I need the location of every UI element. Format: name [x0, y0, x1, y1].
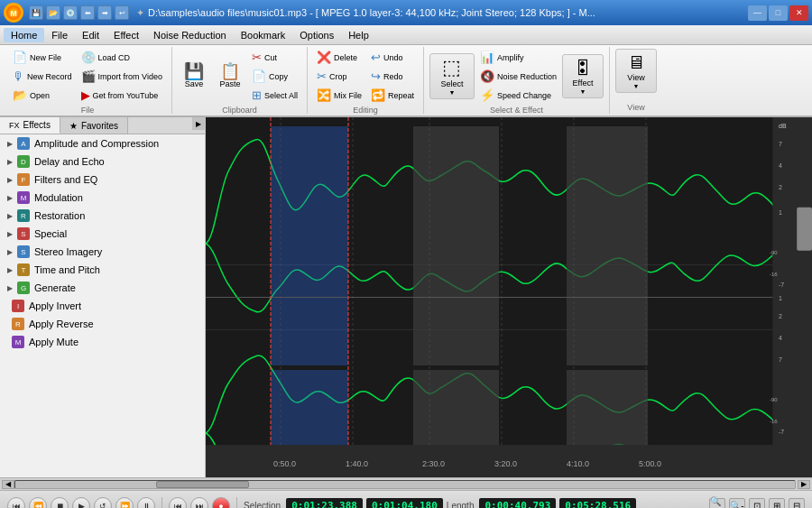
sidebar-item-filters[interactable]: ▶ F Filters and EQ [0, 171, 205, 189]
new-file-button[interactable]: 📄 New File [9, 49, 76, 66]
noise-reduction-button[interactable]: 🔇 Noise Reduction [476, 68, 560, 85]
open-icon: 📂 [13, 88, 27, 102]
youtube-button[interactable]: ▶ Get from YouTube [78, 87, 166, 104]
sidebar-item-time-pitch[interactable]: ▶ T Time and Pitch [0, 261, 205, 279]
restoration-icon: R [17, 209, 30, 222]
tb-icon-6[interactable]: ↩ [115, 5, 129, 20]
sidebar-item-special[interactable]: ▶ S Special [0, 225, 205, 243]
select-button[interactable]: ⬚ Select ▼ [429, 53, 475, 100]
title-bar: M 💾 📂 💿 ⬅ ➡ ↩ ✦ D:\samples\audio files\m… [0, 0, 812, 25]
redo-button[interactable]: ↪ Redo [367, 68, 418, 85]
zoom-reset-button[interactable]: ⊟ [789, 498, 805, 509]
view-button[interactable]: 🖥 View ▼ [615, 49, 657, 93]
sidebar-item-stereo[interactable]: ▶ S Stereo Imagery [0, 243, 205, 261]
tb-icon-2[interactable]: 📂 [46, 5, 60, 20]
sidebar-item-apply-mute[interactable]: M Apply Mute [0, 333, 205, 351]
undo-button[interactable]: ↩ Undo [367, 49, 418, 66]
svg-text:2: 2 [779, 184, 782, 190]
skip-start-button[interactable]: ⏮ [7, 497, 25, 509]
modulation-icon: M [17, 191, 30, 204]
forward-button[interactable]: ⏩ [115, 497, 134, 509]
delete-button[interactable]: ❌ Delete [313, 49, 365, 66]
effect-button[interactable]: 🎛 Effect ▼ [562, 54, 604, 98]
sidebar-collapse-button[interactable]: ▶ [192, 117, 205, 130]
mix-file-button[interactable]: 🔀 Mix File [313, 87, 365, 104]
tb-icon-3[interactable]: 💿 [63, 5, 78, 20]
play-button[interactable]: ▶ [72, 497, 90, 509]
rewind-button[interactable]: ↺ [94, 497, 112, 509]
scroll-track[interactable] [14, 480, 796, 489]
main-content: FX Effects ★ Favorites ▶ ▶ A Amplitude a… [0, 117, 812, 477]
zoom-fit-button[interactable]: ⊡ [749, 498, 765, 509]
menu-effect[interactable]: Effect [106, 28, 146, 42]
minimize-button[interactable]: — [748, 5, 767, 21]
svg-text:-90: -90 [770, 250, 778, 255]
amplify-button[interactable]: 📊 Amplify [476, 49, 560, 66]
sidebar-item-amplitude[interactable]: ▶ A Amplitude and Compression [0, 134, 205, 152]
sidebar-item-modulation[interactable]: ▶ M Modulation [0, 189, 205, 207]
select-effect-group-content: ⬚ Select ▼ 📊 Amplify 🔇 Noise Reduction ⚡… [429, 49, 604, 104]
sidebar-item-restoration[interactable]: ▶ R Restoration [0, 207, 205, 225]
tb-icon-4[interactable]: ⬅ [80, 5, 95, 20]
record-button[interactable]: ● [212, 497, 230, 509]
menu-help[interactable]: Help [341, 28, 376, 42]
svg-text:4: 4 [779, 162, 782, 169]
menu-bookmark[interactable]: Bookmark [234, 28, 293, 42]
tab-favorites[interactable]: ★ Favorites [60, 117, 128, 134]
generate-icon: G [17, 282, 30, 294]
prev-button[interactable]: ⏪ [29, 497, 47, 509]
svg-rect-5 [271, 126, 348, 365]
sidebar-item-apply-reverse[interactable]: R Apply Reverse [0, 315, 205, 333]
import-video-button[interactable]: 🎬 Import from Video [78, 68, 166, 85]
new-record-button[interactable]: 🎙 New Record [9, 68, 76, 85]
next-track-button[interactable]: ⏭ [190, 497, 208, 509]
selection-end-field: 0:01:04.180 [366, 498, 443, 508]
waveform-container[interactable]: 0:50.0 1:40.0 2:30.0 3:20.0 4:10.0 5:00.… [206, 117, 812, 477]
pause-button[interactable]: ⏸ [137, 497, 155, 509]
repeat-button[interactable]: 🔁 Repeat [367, 87, 418, 104]
select-all-button[interactable]: ⊞ Select All [248, 87, 301, 104]
sidebar-item-generate[interactable]: ▶ G Generate [0, 279, 205, 297]
paste-button[interactable]: 📋 Paste [214, 61, 246, 91]
menu-home[interactable]: Home [4, 28, 44, 42]
scroll-left-button[interactable]: ◀ [2, 480, 14, 489]
sidebar-item-delay[interactable]: ▶ D Delay and Echo [0, 152, 205, 171]
menu-file[interactable]: File [44, 28, 75, 42]
total-length-field: 0:05:28.516 [559, 498, 636, 508]
special-icon: S [17, 227, 30, 240]
menu-options[interactable]: Options [292, 28, 341, 42]
select-all-icon: ⊞ [252, 88, 262, 102]
svg-text:2:30.0: 2:30.0 [422, 459, 445, 468]
zoom-in-button[interactable]: 🔍+ [709, 498, 725, 509]
copy-button[interactable]: 📄 Copy [248, 68, 301, 85]
menu-edit[interactable]: Edit [75, 28, 106, 42]
maximize-button[interactable]: □ [769, 5, 788, 21]
open-button[interactable]: 📂 Open [9, 87, 76, 104]
svg-rect-7 [567, 126, 648, 365]
crop-button[interactable]: ✂ Crop [313, 68, 365, 85]
load-cd-button[interactable]: 💿 Load CD [78, 49, 166, 66]
scroll-thumb[interactable] [156, 481, 250, 488]
title-bar-icons: 💾 📂 💿 ⬅ ➡ ↩ [29, 5, 129, 20]
zoom-out-button[interactable]: 🔍- [729, 498, 745, 509]
menu-noise-reduction[interactable]: Noise Reduction [146, 28, 234, 42]
tb-icon-1[interactable]: 💾 [29, 5, 43, 20]
sidebar-item-apply-invert[interactable]: I Apply Invert [0, 297, 205, 315]
stop-button[interactable]: ⏹ [51, 497, 69, 509]
divider-1 [161, 497, 162, 509]
new-file-icon: 📄 [13, 51, 27, 64]
cut-button[interactable]: ✂ Cut [248, 49, 301, 66]
menu-bar: Home File Edit Effect Noise Reduction Bo… [0, 25, 812, 45]
prev-track-button[interactable]: ⏮ [169, 497, 187, 509]
zoom-selection-button[interactable]: ⊞ [769, 498, 785, 509]
speed-change-icon: ⚡ [480, 88, 494, 102]
svg-text:7: 7 [779, 141, 782, 147]
speed-change-button[interactable]: ⚡ Speed Change [476, 87, 560, 104]
close-button[interactable]: ✕ [789, 5, 808, 21]
tb-icon-5[interactable]: ➡ [97, 5, 112, 20]
effect-icon: 🎛 [574, 57, 592, 79]
save-button[interactable]: 💾 Save [178, 61, 210, 91]
effect-dropdown-icon: ▼ [580, 88, 586, 96]
tab-effects[interactable]: FX Effects [0, 117, 60, 134]
scroll-right-button[interactable]: ▶ [798, 480, 810, 489]
